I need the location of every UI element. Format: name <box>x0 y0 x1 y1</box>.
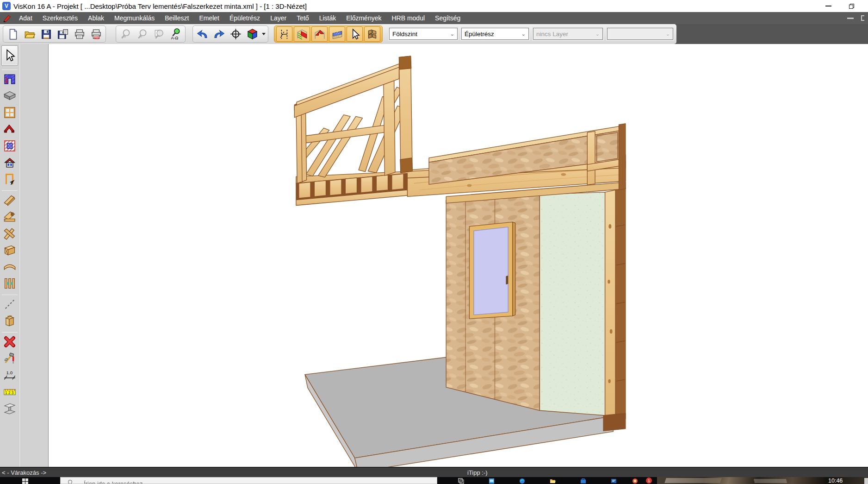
sidebar-separator <box>2 295 18 295</box>
menu-szerkesztes[interactable]: Szerkesztés <box>37 12 83 24</box>
beam-tool-button[interactable] <box>1 192 18 207</box>
svg-text:PDF: PDF <box>94 37 99 39</box>
building-part-select[interactable]: Épületrész⌄ <box>461 28 529 40</box>
menu-emelet[interactable]: Emelet <box>194 12 224 24</box>
zoom-out-button[interactable] <box>134 26 150 42</box>
center-view-button[interactable] <box>228 26 244 42</box>
sidebar-separator <box>2 69 18 70</box>
bracing-icon <box>3 227 16 240</box>
model-window[interactable] <box>469 222 515 319</box>
status-message: < - Várakozás -> <box>2 469 46 476</box>
measure-tool-button[interactable]: 1 2 3 <box>1 384 18 399</box>
notification-badge[interactable]: 1 <box>646 478 652 484</box>
svg-text:A-Ω: A-Ω <box>171 36 178 40</box>
ceiling-tool-button[interactable] <box>1 88 18 103</box>
teams-app-icon[interactable] <box>611 478 617 484</box>
save-as-button[interactable] <box>55 26 71 42</box>
timber-beam-tool-button[interactable] <box>1 242 18 258</box>
chrome-browser-icon[interactable] <box>632 478 638 484</box>
taskbar-clock[interactable]: 10:46 <box>828 478 843 484</box>
steel-beam-icon <box>3 402 16 415</box>
chevron-down-icon: ⌄ <box>521 31 526 37</box>
menu-elozmenyek[interactable]: Előzmények <box>341 12 386 24</box>
menu-megmunkalas[interactable]: Megmunkálás <box>109 12 160 24</box>
briefcase-app-icon[interactable] <box>580 478 586 484</box>
bracing-tool-button[interactable] <box>1 226 18 241</box>
menu-hrb-modul[interactable]: HRB modul <box>386 12 430 24</box>
restore-button[interactable] <box>849 4 854 9</box>
3d-viewport[interactable] <box>49 44 868 467</box>
dimension-tool-button[interactable]: 1.0 <box>1 367 18 383</box>
roof-icon <box>3 123 16 136</box>
purlin-tool-button[interactable] <box>1 209 18 224</box>
door-tool-button[interactable] <box>1 171 18 187</box>
model-truss[interactable] <box>294 56 412 183</box>
minimize-button[interactable] <box>825 6 831 6</box>
app-window-icon[interactable] <box>489 478 495 484</box>
roof-solid-mode-button[interactable] <box>311 26 328 42</box>
mdi-minimize-button[interactable] <box>847 18 854 19</box>
tools-button[interactable] <box>1 351 18 366</box>
stud-wall-tool-button[interactable] <box>1 276 18 291</box>
open-button[interactable] <box>21 26 37 42</box>
svg-text:1.0: 1.0 <box>6 370 12 375</box>
print-pdf-icon: PDF <box>90 28 102 40</box>
save-button[interactable] <box>38 26 54 42</box>
print-pdf-button[interactable]: PDF <box>88 26 104 42</box>
menu-teto[interactable]: Tető <box>291 12 314 24</box>
house-tool-button[interactable] <box>1 155 18 170</box>
zoom-in-icon <box>120 28 132 40</box>
menu-ablak[interactable]: Ablak <box>83 12 109 24</box>
find-text-button[interactable]: A-Ω <box>167 26 184 42</box>
wall-tool-button[interactable] <box>1 71 18 87</box>
insulation-tool-button[interactable] <box>1 138 18 153</box>
steel-beam-tool-button[interactable] <box>1 401 18 416</box>
post-tool-button[interactable] <box>1 313 18 328</box>
menu-layer[interactable]: Layer <box>265 12 291 24</box>
chevron-down-icon <box>262 33 266 35</box>
wall-section-mode-button[interactable] <box>329 26 345 42</box>
save-icon <box>40 28 52 40</box>
menu-segitseg[interactable]: Segítség <box>430 12 465 24</box>
construction-line-tool-button[interactable] <box>1 296 18 312</box>
delete-tool-button[interactable] <box>1 334 18 349</box>
toolbar: PDF <box>0 24 868 44</box>
print-button[interactable] <box>71 26 87 42</box>
view-cube-button[interactable] <box>244 26 260 42</box>
view-cube-dropdown[interactable] <box>261 26 267 42</box>
file-toolbar-group: PDF <box>3 25 106 43</box>
center-view-icon <box>229 28 242 40</box>
insulation-icon <box>3 139 16 152</box>
dimension-mode-icon <box>279 28 291 40</box>
dimension-mode-button[interactable] <box>276 26 292 42</box>
roof-wireframe-mode-button[interactable] <box>294 26 310 42</box>
zoom-window-button[interactable] <box>151 26 167 42</box>
task-view-icon[interactable] <box>458 478 464 484</box>
new-file-button[interactable] <box>5 26 21 42</box>
start-button[interactable] <box>22 478 28 484</box>
menu-listak[interactable]: Listák <box>314 12 341 24</box>
show-desktop-button[interactable] <box>864 478 868 484</box>
taskbar-search-input[interactable]: Írjon ide a kereséshez <box>60 477 437 484</box>
zoom-toolbar-group: A-Ω <box>116 25 186 43</box>
edge-browser-icon[interactable] <box>519 478 525 484</box>
menu-adat[interactable]: Adat <box>14 12 37 24</box>
redo-button[interactable] <box>211 26 227 42</box>
zoom-in-button[interactable] <box>118 26 134 42</box>
menu-epuletresz[interactable]: Épületrész <box>224 12 265 24</box>
undo-icon <box>196 28 209 40</box>
titlebar: V VisKon 16 A - Projekt [ ...Desktop\Pró… <box>0 0 868 12</box>
file-explorer-icon[interactable] <box>550 478 556 484</box>
roof-tool-button[interactable] <box>1 121 18 137</box>
arch-tool-button[interactable] <box>1 259 18 274</box>
select-tool-button[interactable] <box>1 45 18 66</box>
arch-icon <box>3 260 16 273</box>
menu-beilleszt[interactable]: Beilleszt <box>160 12 194 24</box>
select-mode-button[interactable] <box>347 26 363 42</box>
status-tip: iTipp :-) <box>467 469 488 476</box>
storey-select[interactable]: Földszint⌄ <box>389 28 458 40</box>
undo-button[interactable] <box>194 26 211 42</box>
timber-3d-mode-button[interactable] <box>364 26 380 42</box>
window-tool-button[interactable] <box>1 105 18 120</box>
mdi-restore-button[interactable] <box>861 15 864 21</box>
